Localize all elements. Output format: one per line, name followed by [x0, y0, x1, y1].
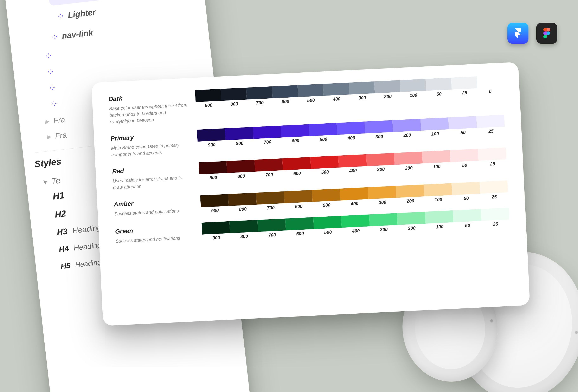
- shade-label: 300: [349, 94, 375, 101]
- shade-label: 400: [339, 168, 367, 174]
- shade-label: 600: [283, 170, 311, 177]
- shade-label: 600: [273, 98, 298, 105]
- swatch[interactable]: [422, 150, 450, 164]
- shade-label: 50: [449, 129, 477, 136]
- swatch[interactable]: [476, 115, 505, 128]
- swatch[interactable]: [284, 190, 313, 203]
- app-badges: [507, 23, 557, 44]
- svg-rect-28: [53, 87, 55, 88]
- swatch[interactable]: [396, 184, 424, 198]
- shade-label: 900: [196, 102, 222, 109]
- swatch[interactable]: [394, 152, 423, 165]
- swatch[interactable]: [198, 161, 227, 174]
- shade-label: 50: [426, 91, 452, 97]
- swatch[interactable]: [257, 218, 286, 232]
- figma-app-icon: [536, 23, 557, 44]
- swatch[interactable]: [477, 75, 503, 88]
- shade-label: 400: [324, 96, 349, 102]
- swatch[interactable]: [254, 158, 283, 172]
- swatch[interactable]: [227, 160, 255, 173]
- shade-label: 25: [452, 89, 478, 96]
- swatch[interactable]: [221, 88, 247, 101]
- swatch[interactable]: [450, 149, 479, 162]
- swatch[interactable]: [448, 116, 477, 129]
- svg-rect-10: [60, 17, 61, 18]
- shade-label: 800: [221, 101, 247, 107]
- swatch[interactable]: [480, 180, 508, 194]
- shade-label: 800: [229, 206, 257, 213]
- swatch[interactable]: [323, 83, 349, 96]
- component-icon: [58, 13, 64, 19]
- swatch[interactable]: [310, 156, 339, 169]
- swatch[interactable]: [425, 211, 454, 224]
- shade-label: 100: [426, 224, 454, 230]
- swatch[interactable]: [246, 87, 273, 100]
- shade-label: 100: [423, 163, 451, 170]
- swatch[interactable]: [397, 212, 426, 225]
- swatch[interactable]: [281, 124, 309, 138]
- svg-rect-9: [60, 14, 61, 15]
- swatch[interactable]: [374, 80, 400, 93]
- swatch[interactable]: [400, 79, 426, 92]
- palette-name: Dark: [109, 92, 187, 103]
- swatch[interactable]: [368, 186, 396, 199]
- shade-label: 300: [367, 166, 395, 173]
- swatch[interactable]: [195, 89, 221, 102]
- palette-desc: Used mainly for error states and to draw…: [112, 174, 192, 191]
- swatch[interactable]: [338, 154, 367, 168]
- palette-desc: Success states and notifications: [114, 207, 193, 217]
- swatch[interactable]: [340, 187, 368, 201]
- swatch[interactable]: [313, 216, 342, 229]
- swatch[interactable]: [225, 127, 253, 140]
- swatch[interactable]: [309, 123, 337, 136]
- swatch[interactable]: [229, 220, 258, 233]
- swatch[interactable]: [392, 119, 421, 132]
- swatch[interactable]: [312, 189, 340, 202]
- shade-label: 100: [424, 196, 452, 203]
- shade-label: 25: [479, 161, 507, 168]
- svg-rect-24: [52, 71, 53, 72]
- shade-label: 800: [226, 140, 254, 147]
- shade-label: 300: [365, 133, 393, 140]
- swatch[interactable]: [285, 217, 314, 231]
- swatch[interactable]: [349, 81, 375, 94]
- palette-desc: Base color user throughout the kit from …: [109, 102, 188, 125]
- swatch[interactable]: [200, 194, 229, 208]
- swatch[interactable]: [424, 183, 452, 197]
- color-palette-card: DarkBase color user throughout the kit f…: [91, 62, 530, 326]
- shade-label: 25: [477, 128, 505, 134]
- swatch[interactable]: [481, 208, 509, 221]
- swatch[interactable]: [451, 182, 480, 195]
- svg-rect-30: [54, 105, 55, 106]
- component-icon: [48, 69, 53, 75]
- figma-icon: [541, 27, 553, 39]
- svg-rect-29: [53, 101, 54, 103]
- swatch[interactable]: [253, 126, 281, 139]
- swatch[interactable]: [369, 213, 398, 226]
- swatch[interactable]: [272, 85, 298, 98]
- svg-rect-26: [52, 89, 53, 90]
- swatch[interactable]: [365, 120, 393, 133]
- swatch[interactable]: [478, 147, 506, 161]
- shade-label: 900: [199, 174, 228, 181]
- swatch[interactable]: [256, 191, 285, 205]
- swatch[interactable]: [426, 78, 452, 91]
- swatch[interactable]: [197, 128, 225, 142]
- shade-label: 800: [230, 233, 258, 240]
- swatch[interactable]: [337, 122, 365, 135]
- shade-label: 900: [202, 235, 230, 241]
- swatch[interactable]: [366, 153, 395, 166]
- shade-label: 500: [311, 169, 339, 176]
- swatch[interactable]: [341, 215, 370, 228]
- swatch[interactable]: [228, 193, 257, 206]
- framer-icon: [512, 27, 524, 39]
- swatch[interactable]: [420, 117, 449, 131]
- shade-label: 700: [258, 232, 286, 238]
- swatch[interactable]: [201, 221, 230, 235]
- shade-label: 400: [337, 134, 366, 141]
- swatch[interactable]: [451, 76, 477, 89]
- swatch[interactable]: [297, 84, 324, 97]
- swatch[interactable]: [282, 157, 311, 171]
- palette-name: Amber: [114, 197, 193, 208]
- swatch[interactable]: [453, 209, 482, 222]
